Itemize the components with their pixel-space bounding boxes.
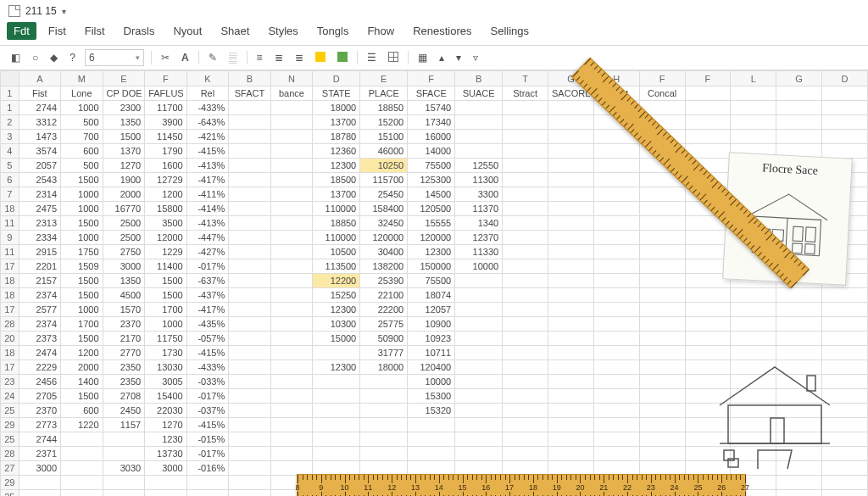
menu-item[interactable]: Renestiores [406, 22, 478, 40]
cell[interactable] [455, 360, 503, 375]
cell[interactable]: 2770 [103, 346, 145, 360]
cell[interactable]: 15000 [313, 332, 360, 346]
cell[interactable]: 2750 [103, 245, 145, 259]
cell[interactable] [455, 346, 503, 360]
cell[interactable] [503, 432, 548, 447]
cell[interactable] [503, 173, 548, 187]
cell[interactable]: 15100 [360, 130, 408, 144]
cell[interactable] [548, 259, 594, 274]
cell[interactable]: 11450 [145, 130, 187, 144]
column-header[interactable]: T [503, 71, 548, 86]
cell[interactable] [685, 332, 731, 346]
cell[interactable]: 18850 [360, 101, 408, 115]
cell[interactable]: Concal [639, 86, 685, 101]
cell[interactable] [639, 202, 685, 216]
cell[interactable] [270, 187, 313, 202]
cell[interactable]: -447% [186, 231, 229, 245]
cell[interactable] [103, 432, 145, 447]
cell[interactable] [270, 231, 313, 245]
cell[interactable] [503, 317, 548, 332]
cell[interactable] [593, 375, 639, 389]
font-icon[interactable]: A [179, 50, 192, 65]
cell[interactable] [455, 144, 503, 159]
cell[interactable] [503, 332, 548, 346]
cell[interactable] [270, 360, 313, 375]
cell[interactable]: 500 [61, 159, 103, 173]
cell[interactable] [455, 274, 503, 288]
column-header[interactable]: D [821, 71, 867, 86]
cell[interactable]: 2744 [19, 101, 61, 115]
cell[interactable]: 2000 [103, 187, 145, 202]
menu-item[interactable]: Tongls [310, 22, 356, 40]
cell[interactable]: 12300 [408, 245, 455, 259]
cell[interactable] [548, 231, 594, 245]
cell[interactable]: -433% [186, 101, 229, 115]
cell[interactable]: 2157 [19, 274, 61, 288]
cell[interactable]: 15300 [408, 389, 455, 404]
cell[interactable] [548, 375, 594, 389]
cell[interactable] [548, 115, 594, 130]
cell[interactable] [821, 144, 867, 159]
cell[interactable]: 75500 [408, 159, 455, 173]
cell[interactable]: 1500 [61, 288, 103, 303]
cell[interactable]: 1000 [61, 187, 103, 202]
cell[interactable]: -637% [186, 274, 229, 288]
cell[interactable]: -415% [186, 144, 229, 159]
cell[interactable]: 32450 [360, 216, 408, 231]
cell[interactable]: 2915 [19, 245, 61, 259]
cell[interactable] [731, 332, 776, 346]
cell[interactable]: 1000 [61, 101, 103, 115]
cell[interactable] [776, 332, 822, 346]
cell[interactable]: 15800 [145, 202, 187, 216]
toolbar-btn-2[interactable]: ○ [30, 50, 41, 65]
cell[interactable]: -421% [186, 130, 229, 144]
cell[interactable] [186, 490, 229, 497]
cell[interactable] [685, 288, 731, 303]
cell[interactable] [503, 115, 548, 130]
cell[interactable]: 1157 [103, 418, 145, 432]
cell[interactable] [503, 159, 548, 173]
cell[interactable]: SFACT [229, 86, 271, 101]
row-header[interactable]: 28 [1, 317, 19, 332]
cell[interactable] [503, 418, 548, 432]
cell[interactable] [548, 274, 594, 288]
cell[interactable] [593, 187, 639, 202]
cell[interactable] [548, 101, 594, 115]
sort-asc-icon[interactable]: ▴ [437, 50, 447, 65]
cell[interactable]: 16770 [103, 202, 145, 216]
cell[interactable] [270, 461, 313, 476]
cell[interactable] [821, 317, 867, 332]
edit-icon[interactable]: ✎ [206, 50, 220, 65]
cell[interactable] [639, 360, 685, 375]
menu-item[interactable]: Fhow [360, 22, 401, 40]
cell[interactable]: STATE [313, 86, 360, 101]
cell[interactable] [639, 274, 685, 288]
cell[interactable]: 2708 [103, 389, 145, 404]
cell[interactable] [548, 159, 594, 173]
cell[interactable]: 25450 [360, 187, 408, 202]
cell[interactable]: 2577 [19, 303, 61, 317]
cell[interactable] [360, 389, 408, 404]
cell[interactable] [360, 404, 408, 418]
cell[interactable] [639, 389, 685, 404]
column-header[interactable]: K [186, 71, 229, 86]
menu-item[interactable]: Fdt [7, 22, 36, 40]
cell[interactable]: 18780 [313, 130, 360, 144]
cell[interactable]: 2374 [19, 317, 61, 332]
cell[interactable] [19, 490, 61, 497]
cell[interactable] [685, 303, 731, 317]
cell[interactable]: 2450 [103, 404, 145, 418]
cell[interactable]: 10250 [360, 159, 408, 173]
column-header[interactable]: F [685, 71, 731, 86]
cell[interactable] [593, 159, 639, 173]
cell[interactable] [731, 101, 776, 115]
cell[interactable]: 1230 [145, 432, 187, 447]
cell[interactable] [270, 159, 313, 173]
cell[interactable] [270, 447, 313, 461]
menu-item[interactable]: Nyout [166, 22, 209, 40]
cell[interactable] [455, 461, 503, 476]
cell[interactable] [408, 447, 455, 461]
cell[interactable]: 1500 [103, 130, 145, 144]
cell[interactable] [639, 332, 685, 346]
cell[interactable] [408, 418, 455, 432]
